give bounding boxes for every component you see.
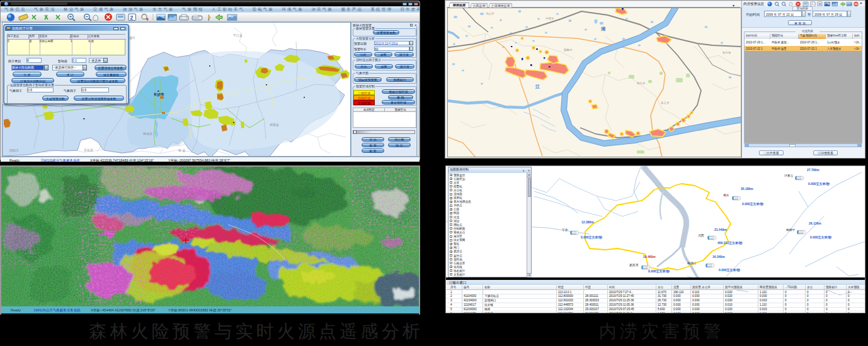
svg-text:16.340m: 16.340m [712,255,725,259]
svg-text:计算点: 计算点 [784,174,794,177]
svg-text:邵阳市: 邵阳市 [9,148,19,153]
svg-text:株洲口: 株洲口 [687,262,696,265]
svg-text:R: R [819,3,822,6]
svg-text:0.000立方米/秒: 0.000立方米/秒 [810,235,832,240]
svg-text:456.312立方米/秒: 456.312立方米/秒 [717,241,743,245]
svg-text:宁乡: 宁乡 [562,228,568,232]
svg-text:跳马乡: 跳马乡 [637,82,646,85]
svg-text:株洲县: 株洲县 [142,131,152,136]
svg-text:易家湾: 易家湾 [629,263,639,267]
svg-text:攸 县: 攸 县 [178,148,185,152]
svg-text:35.180m: 35.180m [741,187,753,191]
svg-text:0.000立方米/秒: 0.000立方米/秒 [742,202,764,206]
svg-text:坪塘乡: 坪塘乡 [545,17,554,20]
svg-text:2: 2 [130,14,134,21]
svg-text:镇头镇: 镇头镇 [722,51,731,54]
svg-text:0.000立方米/秒: 0.000立方米/秒 [808,182,830,186]
svg-text:雨敞坪: 雨敞坪 [564,48,573,52]
svg-text:0.000立方米/秒: 0.000立方米/秒 [719,268,741,272]
svg-text:26.126m: 26.126m [809,221,821,225]
svg-text:炎陵县: 炎陵县 [270,123,279,126]
svg-text:18.460m: 18.460m [643,255,656,259]
svg-text:株树中: 株树中 [786,228,796,232]
svg-text:暮云乡: 暮云乡 [661,101,670,104]
svg-text:0.006立方米/秒: 0.006立方米/秒 [648,269,670,274]
svg-text:27.790m: 27.790m [807,168,819,172]
svg-text:檀木: 檀木 [723,193,729,197]
svg-text:江: 江 [535,84,540,89]
svg-text:安化县: 安化县 [84,148,93,152]
svg-text:乌山乡: 乌山乡 [486,12,494,15]
svg-text:21.549m: 21.549m [714,228,727,232]
svg-text:0.000立方米/秒: 0.000立方米/秒 [581,235,603,240]
svg-text:长沙市: 长沙市 [153,92,164,97]
svg-text:平江县: 平江县 [233,33,243,38]
svg-text:湘: 湘 [600,26,605,31]
svg-text:12.380m: 12.380m [581,220,594,224]
svg-text:河西: 河西 [698,234,704,237]
